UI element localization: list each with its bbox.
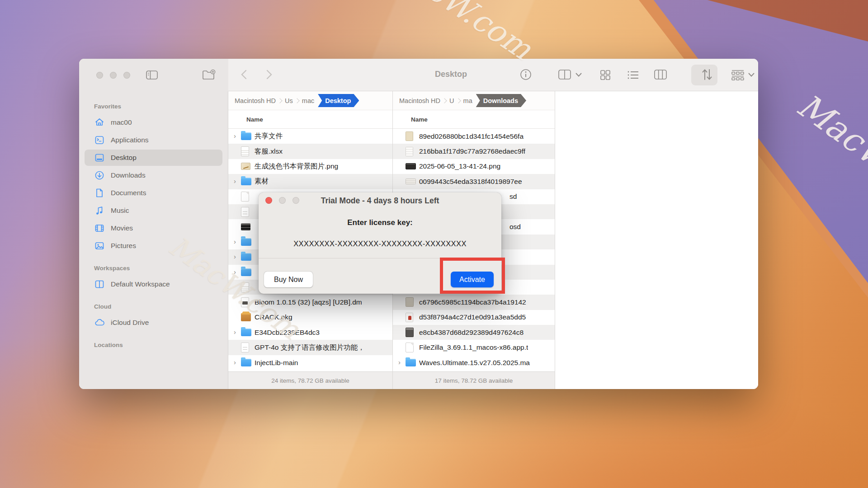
page-grid-file-icon [241, 282, 255, 292]
breadcrumb-selected-desktop[interactable]: Desktop [318, 94, 359, 107]
pictures-icon [94, 241, 104, 251]
sort-icon[interactable] [701, 68, 713, 81]
group-chevron-down-icon[interactable] [748, 73, 755, 77]
breadcrumb-item[interactable]: Us [285, 97, 293, 104]
file-row[interactable]: ›d53f8794a4c27d1e0d91a3ea5dd5 [393, 310, 555, 325]
file-name: FileZilla_3.69.1.1_macos-x86.app.t [419, 343, 528, 352]
back-icon[interactable] [241, 70, 247, 80]
left-column-header[interactable]: Name [228, 110, 392, 129]
sidebar-item-movies[interactable]: Movies [85, 220, 222, 236]
folder-file-icon [241, 253, 255, 261]
sidebar-item-applications[interactable]: Applications [85, 132, 222, 148]
breadcrumb-item[interactable]: mac [302, 97, 314, 104]
sidebar-section-title: Workspaces [94, 265, 228, 272]
file-row[interactable]: ›Waves.Ultimate.15.v27.05.2025.ma [393, 355, 555, 370]
forward-icon[interactable] [266, 70, 272, 80]
file-row[interactable]: ›0099443c54eda3318f4019897ee [393, 174, 555, 189]
sidebar: Favoritesmac00ApplicationsDesktopDownloa… [79, 91, 228, 389]
file-name: sd [509, 192, 517, 201]
breadcrumb-item[interactable]: Macintosh HD [399, 97, 440, 104]
grid-view-icon[interactable] [600, 70, 611, 80]
file-row[interactable]: ›Bloom 1.0.15 (32) [aqzs] [U2B].dm [228, 295, 392, 310]
thumb-beige-file-icon [241, 163, 255, 170]
sidebar-item-label: Downloads [111, 171, 146, 179]
sidebar-item-icloud-drive[interactable]: iCloud Drive [85, 314, 222, 331]
file-row[interactable]: ›E34Dcb2238EB4dc3 [228, 325, 392, 340]
file-row[interactable]: ›GPT-4o 支持了语言修改图片功能， [228, 340, 392, 355]
file-row[interactable]: ›e8cb4387d68d292389d497624c8 [393, 325, 555, 340]
sidebar-item-documents[interactable]: Documents [85, 185, 222, 201]
file-name: c6796c5985c1194bca37b4a19142 [419, 298, 526, 306]
split-view-icon[interactable] [558, 69, 571, 80]
file-row[interactable]: ›InjectLib-main [228, 355, 392, 370]
toolbar: Desktop [79, 59, 758, 91]
file-name: GPT-4o 支持了语言修改图片功能， [255, 343, 365, 352]
sidebar-toggle-icon[interactable] [146, 70, 158, 80]
file-row[interactable]: ›89ed026880bc1d341fc1454e56fa [393, 129, 555, 144]
disclosure-chevron-icon[interactable]: › [234, 268, 241, 275]
sidebar-item-downloads[interactable]: Downloads [85, 167, 222, 183]
column-view-icon[interactable] [654, 69, 667, 80]
disclosure-chevron-icon[interactable]: › [234, 178, 241, 184]
zoom-button[interactable] [123, 72, 130, 79]
disclosure-chevron-icon[interactable]: › [234, 359, 241, 366]
file-name: CRACK.pkg [255, 313, 292, 321]
page-lines-file-icon [241, 207, 255, 217]
file-name: Waves.Ultimate.15.v27.05.2025.ma [419, 359, 530, 367]
buy-now-button[interactable]: Buy Now [264, 272, 313, 287]
breadcrumb-item[interactable]: U [449, 97, 454, 104]
toolbar-sidebar-section [79, 59, 228, 91]
disclosure-chevron-icon[interactable]: › [234, 253, 241, 260]
workspace-icon [94, 279, 104, 289]
file-row[interactable]: ›共享文件 [228, 129, 392, 144]
breadcrumb-item[interactable]: Macintosh HD [235, 97, 276, 104]
group-by-icon[interactable] [731, 70, 745, 80]
sidebar-item-music[interactable]: Music [85, 202, 222, 219]
page-file-icon [241, 192, 255, 202]
file-row[interactable]: ›生成浅色书本背景图片.png [228, 159, 392, 174]
list-view-icon[interactable] [627, 70, 639, 80]
info-icon[interactable] [520, 69, 532, 80]
disclosure-chevron-icon[interactable]: › [234, 132, 241, 139]
sidebar-item-pictures[interactable]: Pictures [85, 238, 222, 254]
file-row[interactable]: ›c6796c5985c1194bca37b4a19142 [393, 295, 555, 310]
file-row[interactable]: ›2025-06-05_13-41-24.png [393, 159, 555, 174]
disclosure-chevron-icon[interactable]: › [398, 359, 406, 366]
sidebar-section-title: Cloud [94, 303, 228, 310]
disk-dark-file-icon [241, 223, 255, 230]
sidebar-item-label: Applications [111, 136, 149, 144]
license-key-input[interactable]: XXXXXXXX-XXXXXXXX-XXXXXXXX-XXXXXXXX [259, 239, 501, 248]
toolbar-main-section: Desktop [228, 59, 758, 91]
sidebar-item-mac00[interactable]: mac00 [85, 114, 222, 131]
close-button[interactable] [96, 72, 103, 79]
music-icon [94, 206, 104, 216]
home-icon [94, 117, 104, 127]
disclosure-chevron-icon[interactable]: › [234, 328, 241, 335]
applications-icon [94, 135, 104, 145]
annotation-highlight-box [440, 258, 505, 294]
file-row[interactable]: ›素材 [228, 174, 392, 189]
file-row[interactable]: ›CRACK.pkg [228, 310, 392, 325]
file-row[interactable]: ›FileZilla_3.69.1.1_macos-x86.app.t [393, 340, 555, 355]
thumb-dark-file-icon [406, 163, 419, 169]
sidebar-item-label: Movies [111, 224, 133, 232]
thumb-wide-file-icon [406, 178, 419, 184]
right-column-header[interactable]: Name [393, 110, 555, 129]
breadcrumb-item[interactable]: ma [463, 97, 472, 104]
file-row[interactable]: ›216bba1f17d9c77a92768edaec9ff [393, 144, 555, 159]
downloads-icon [94, 170, 104, 180]
minimize-button[interactable] [110, 72, 117, 79]
sidebar-item-desktop[interactable]: Desktop [85, 150, 222, 166]
sidebar-section-title: Favorites [94, 103, 228, 110]
breadcrumb-selected-downloads[interactable]: Downloads [476, 94, 526, 107]
disclosure-chevron-icon[interactable]: › [234, 238, 241, 245]
right-status-bar: 17 items, 78.72 GB available [393, 371, 555, 389]
chevron-down-icon[interactable] [576, 73, 582, 77]
sidebar-item-default-workspace[interactable]: Default Workspace [85, 276, 222, 292]
file-row[interactable]: ›客服.xlsx [228, 144, 392, 159]
sidebar-item-label: Documents [111, 189, 146, 197]
dialog-title: Trial Mode - 4 days 8 hours Left [259, 196, 501, 206]
file-name: 2025-06-05_13-41-24.png [419, 162, 500, 170]
new-folder-icon[interactable] [202, 69, 216, 81]
cloud-icon [94, 318, 104, 328]
